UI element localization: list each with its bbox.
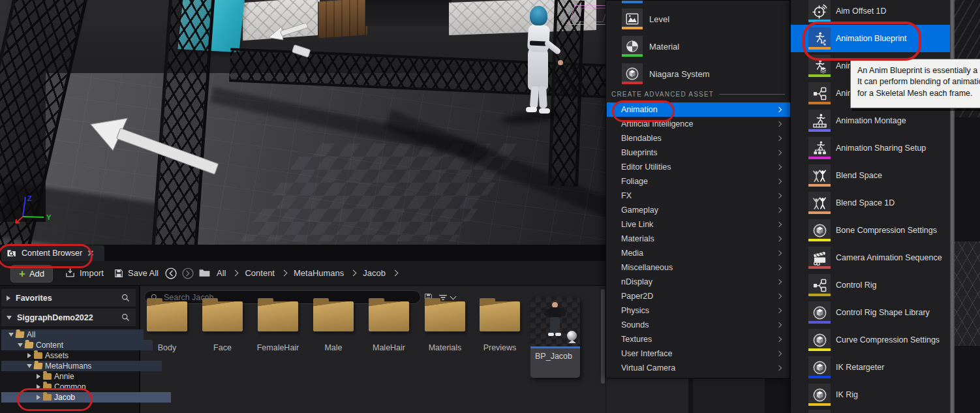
submenu-arrow-icon: [776, 351, 782, 356]
menu-category-textures[interactable]: Textures: [607, 332, 790, 346]
menu-category-paper2d[interactable]: Paper2D: [607, 289, 790, 303]
folder-label: Materials: [417, 343, 473, 352]
tree-item-metahumans[interactable]: MetaHumans: [1, 361, 162, 371]
favorites-header[interactable]: Favorites: [1, 289, 136, 307]
submenu-item-blend-space-1d[interactable]: Blend Space 1D: [791, 189, 951, 217]
collapse-arrow-icon[interactable]: [27, 364, 32, 368]
submenu-item-control-rig-shape-library[interactable]: Control Rig Shape Library: [791, 299, 951, 326]
create-asset-context-menu: Level Material Niagara System CREATE ADV…: [605, 0, 790, 378]
menu-category-gameplay[interactable]: Gameplay: [607, 203, 790, 217]
content-browser-toolbar: + Add Import Save All All: [0, 261, 605, 286]
menu-category-fx[interactable]: FX: [607, 189, 790, 203]
thumb-character-legs: [550, 317, 560, 333]
folder-icon: [34, 352, 42, 359]
submenu-item-camera-animation-sequence[interactable]: Camera Animation Sequence: [791, 244, 951, 271]
chevron-right-icon[interactable]: [392, 270, 399, 277]
collapse-arrow-icon[interactable]: [18, 343, 23, 347]
level-icon: [625, 12, 639, 26]
submenu-item-label: Animation Blueprint: [836, 25, 906, 52]
path-folder-icon: [198, 265, 211, 281]
viewport-wood-panel: [318, 0, 367, 38]
content-browser-tab[interactable]: Content Browser: [1, 245, 104, 261]
submenu-item-animation-blueprint[interactable]: Animation Blueprint: [791, 25, 951, 52]
collapse-arrow-icon[interactable]: [7, 316, 12, 320]
submenu-item-animation-montage[interactable]: Animation Montage: [791, 107, 951, 134]
tree-item-content[interactable]: Content: [1, 340, 153, 350]
expand-arrow-icon[interactable]: [37, 395, 40, 400]
submenu-item-bone-compression-settings[interactable]: Bone Compression Settings: [791, 217, 951, 244]
asset-name: BP_Jacob: [535, 352, 572, 361]
selection-wireframe-box-inner: [577, 8, 607, 22]
submenu-item-aim-offset-1d[interactable]: Aim Offset 1D: [791, 0, 951, 25]
asset-card-bp-jacob[interactable]: BP_Jacob: [530, 297, 580, 378]
submenu-item-ik-retargeter[interactable]: IK Retargeter: [791, 354, 951, 381]
submenu-item-label: Curve Compression Settings: [836, 326, 940, 354]
menu-item-material[interactable]: Material: [606, 33, 789, 60]
panel-below-menu: [606, 378, 688, 413]
breadcrumb-jacob[interactable]: Jacob: [363, 268, 386, 278]
submenu-arrow-icon: [776, 150, 782, 155]
menu-item-level[interactable]: Level: [606, 5, 789, 33]
add-button[interactable]: + Add: [10, 265, 53, 283]
submenu-item-curve-compression-settings[interactable]: Curve Compression Settings: [791, 326, 951, 354]
folder-tile-face[interactable]: [202, 301, 243, 331]
menu-category-blendables[interactable]: Blendables: [607, 131, 790, 145]
submenu-item-animation-sharing-setup[interactable]: Animation Sharing Setup: [791, 134, 951, 162]
submenu-item-ik-rig[interactable]: IK Rig: [791, 381, 951, 408]
breadcrumb-content[interactable]: Content: [245, 268, 275, 278]
folder-tile-previews[interactable]: [480, 301, 520, 331]
translate-gizmo-small[interactable]: [258, 23, 316, 69]
category-label: Virtual Camera: [621, 363, 675, 373]
menu-category-blueprints[interactable]: Blueprints: [607, 145, 790, 160]
tree-item-assets[interactable]: Assets: [1, 350, 162, 361]
menu-category-artificial-intelligence[interactable]: Artificial Intelligence: [607, 117, 790, 131]
import-button[interactable]: Import: [65, 265, 104, 281]
folder-tile-femalehair[interactable]: [258, 301, 298, 331]
collection-header[interactable]: SiggraphDemo2022: [1, 309, 136, 326]
menu-category-materials[interactable]: Materials: [607, 232, 790, 246]
expand-arrow-icon[interactable]: [27, 353, 31, 358]
menu-category-miscellaneous[interactable]: Miscellaneous: [607, 260, 790, 275]
category-label: Textures: [621, 335, 652, 344]
expand-arrow-icon[interactable]: [37, 374, 40, 379]
asset-view-scrollbar[interactable]: [601, 289, 605, 384]
search-icon[interactable]: [121, 293, 130, 303]
forward-button[interactable]: [181, 265, 194, 281]
menu-category-live-link[interactable]: Live Link: [607, 217, 790, 232]
folder-tile-male[interactable]: [313, 301, 354, 331]
menu-item-niagara-system[interactable]: Niagara System: [606, 60, 789, 87]
menu-category-ndisplay[interactable]: nDisplay: [607, 275, 790, 289]
tree-item-all[interactable]: All: [1, 329, 144, 340]
expand-arrow-icon[interactable]: [7, 296, 10, 301]
menu-category-user-interface[interactable]: User Interface: [607, 346, 790, 361]
breadcrumb-metahumans[interactable]: MetaHumans: [294, 268, 344, 278]
menu-category-sounds[interactable]: Sounds: [607, 318, 790, 332]
expand-arrow-icon[interactable]: [37, 384, 40, 390]
menu-category-physics[interactable]: Physics: [607, 303, 790, 318]
folder-tile-materials[interactable]: [425, 301, 465, 331]
node-graph-icon: [812, 86, 827, 101]
folder-tile-body[interactable]: [147, 301, 187, 331]
chevron-down-icon: [450, 294, 457, 300]
content-browser-panel: Content Browser + Add Import Save All: [0, 245, 605, 413]
tab-close-icon[interactable]: [87, 250, 94, 256]
folder-icon: [43, 373, 52, 380]
submenu-item-blend-space[interactable]: Blend Space: [791, 162, 951, 189]
collapse-arrow-icon[interactable]: [8, 333, 14, 337]
back-button[interactable]: [164, 265, 177, 281]
search-icon[interactable]: [121, 313, 130, 322]
save-all-button[interactable]: Save All: [114, 265, 159, 281]
submenu-arrow-icon: [776, 265, 782, 270]
folder-tile-malehair[interactable]: [369, 301, 409, 331]
menu-category-animation[interactable]: Animation: [607, 102, 790, 117]
submenu-item-control-rig[interactable]: Control Rig: [791, 271, 951, 299]
menu-category-virtual-camera[interactable]: Virtual Camera: [607, 361, 790, 375]
menu-category-editor-utilities[interactable]: Editor Utilities: [607, 160, 790, 174]
breadcrumb-all[interactable]: All: [217, 268, 226, 278]
menu-category-foliage[interactable]: Foliage: [607, 174, 790, 189]
translate-gizmo-arrow[interactable]: [88, 104, 225, 189]
back-arrow-icon: [164, 267, 177, 280]
menu-category-media[interactable]: Media: [607, 246, 790, 260]
category-label: Physics: [621, 306, 649, 315]
thumb-sphere-icon: [567, 331, 577, 341]
